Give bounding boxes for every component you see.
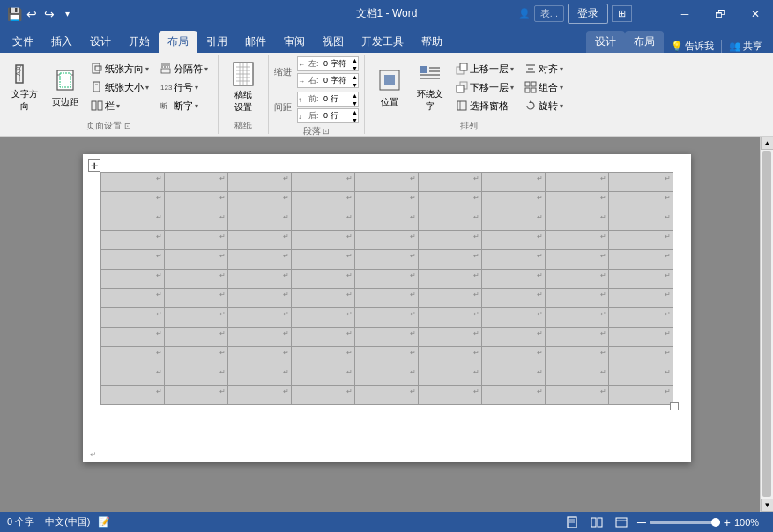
table-cell[interactable] bbox=[419, 192, 482, 211]
table-cell[interactable] bbox=[419, 289, 482, 308]
tell-me-button[interactable]: 💡 告诉我 bbox=[664, 40, 721, 53]
undo-icon[interactable]: ↩ bbox=[25, 7, 39, 21]
table-cell[interactable] bbox=[482, 231, 546, 250]
close-button[interactable]: ✕ bbox=[738, 0, 773, 27]
table-cell[interactable] bbox=[100, 270, 164, 289]
table-cell[interactable] bbox=[164, 211, 227, 231]
scroll-down-button[interactable]: ▼ bbox=[761, 499, 773, 512]
table-cell[interactable] bbox=[164, 192, 227, 211]
table-cell[interactable] bbox=[609, 366, 673, 386]
table-cell[interactable] bbox=[100, 386, 164, 405]
table-cell[interactable] bbox=[354, 366, 418, 386]
table-cell[interactable] bbox=[482, 173, 546, 192]
table-cell[interactable] bbox=[419, 211, 482, 231]
window-icon[interactable]: ⊞ bbox=[612, 5, 632, 22]
table-cell[interactable] bbox=[546, 366, 609, 386]
table-cell[interactable] bbox=[419, 231, 482, 250]
table-cell[interactable] bbox=[164, 270, 227, 289]
zoom-out-button[interactable]: ─ bbox=[637, 515, 646, 529]
table-cell[interactable] bbox=[291, 308, 354, 328]
align-button[interactable]: 对齐 ▾ bbox=[520, 60, 568, 78]
table-cell[interactable] bbox=[609, 270, 673, 289]
table-cell[interactable] bbox=[546, 289, 609, 308]
table-cell[interactable] bbox=[419, 250, 482, 270]
table-cell[interactable] bbox=[354, 328, 418, 347]
tab-view[interactable]: 视图 bbox=[314, 31, 353, 53]
restore-button[interactable]: 🗗 bbox=[702, 0, 738, 27]
tab-design[interactable]: 设计 bbox=[81, 31, 120, 53]
share-tab-button[interactable]: 👥 共享 bbox=[721, 40, 769, 53]
login-button[interactable]: 登录 bbox=[568, 4, 608, 24]
table-cell[interactable] bbox=[482, 328, 546, 347]
table-cell[interactable] bbox=[546, 386, 609, 405]
tab-help[interactable]: 帮助 bbox=[413, 31, 451, 53]
table-cell[interactable] bbox=[227, 211, 291, 231]
tab-layout[interactable]: 布局 bbox=[159, 31, 197, 53]
web-layout-button[interactable] bbox=[613, 515, 630, 529]
read-mode-button[interactable] bbox=[588, 515, 606, 529]
table-cell[interactable] bbox=[609, 386, 673, 405]
table-cell[interactable] bbox=[482, 386, 546, 405]
table-cell[interactable] bbox=[546, 211, 609, 231]
table-cell[interactable] bbox=[482, 250, 546, 270]
table-cell[interactable] bbox=[291, 250, 354, 270]
table-cell[interactable] bbox=[164, 386, 227, 405]
table-cell[interactable] bbox=[100, 308, 164, 328]
table-cell[interactable] bbox=[227, 308, 291, 328]
share-button[interactable]: 表... bbox=[534, 5, 564, 22]
table-cell[interactable] bbox=[227, 270, 291, 289]
table-cell[interactable] bbox=[354, 386, 418, 405]
table-cell[interactable] bbox=[291, 173, 354, 192]
select-pane-button[interactable]: 选择窗格 bbox=[451, 97, 518, 115]
vertical-scrollbar[interactable]: ▲ ▼ bbox=[760, 137, 773, 512]
spacing-before-spinner[interactable]: ▲▼ bbox=[352, 92, 358, 107]
table-cell[interactable] bbox=[609, 347, 673, 366]
table-cell[interactable] bbox=[227, 366, 291, 386]
zoom-in-button[interactable]: + bbox=[724, 515, 731, 529]
table-cell[interactable] bbox=[291, 231, 354, 250]
indent-left-spinner[interactable]: ▲▼ bbox=[352, 56, 358, 72]
tab-insert[interactable]: 插入 bbox=[42, 31, 81, 53]
scroll-up-button[interactable]: ▲ bbox=[761, 137, 773, 150]
table-cell[interactable] bbox=[546, 173, 609, 192]
table-cell[interactable] bbox=[354, 289, 418, 308]
table-cell[interactable] bbox=[227, 173, 291, 192]
table-cell[interactable] bbox=[482, 289, 546, 308]
table-cell[interactable] bbox=[419, 308, 482, 328]
table-cell[interactable] bbox=[291, 347, 354, 366]
tab-table-design[interactable]: 设计 bbox=[586, 31, 625, 53]
table-cell[interactable] bbox=[291, 386, 354, 405]
table-cell[interactable] bbox=[419, 173, 482, 192]
scroll-thumb[interactable] bbox=[762, 151, 771, 497]
table-cell[interactable] bbox=[354, 308, 418, 328]
table-cell[interactable] bbox=[482, 192, 546, 211]
table-cell[interactable] bbox=[609, 211, 673, 231]
table-cell[interactable] bbox=[609, 289, 673, 308]
paragraph-expand[interactable]: ⊡ bbox=[323, 127, 330, 136]
table-cell[interactable] bbox=[100, 366, 164, 386]
table-cell[interactable] bbox=[482, 366, 546, 386]
table-cell[interactable] bbox=[609, 173, 673, 192]
table-cell[interactable] bbox=[227, 192, 291, 211]
table-cell[interactable] bbox=[482, 308, 546, 328]
indent-right-spinner[interactable]: ▲▼ bbox=[352, 73, 358, 89]
table-cell[interactable] bbox=[227, 328, 291, 347]
save-icon[interactable]: 💾 bbox=[7, 7, 21, 21]
table-cell[interactable] bbox=[291, 270, 354, 289]
customize-icon[interactable]: ▾ bbox=[60, 7, 74, 21]
table-cell[interactable] bbox=[291, 289, 354, 308]
table-cell[interactable] bbox=[164, 347, 227, 366]
margins-button[interactable]: 页边距 bbox=[46, 62, 85, 113]
columns-button[interactable]: 栏 ▾ bbox=[86, 97, 153, 115]
minimize-button[interactable]: ─ bbox=[667, 0, 702, 27]
table-cell[interactable] bbox=[227, 289, 291, 308]
table-cell[interactable] bbox=[609, 250, 673, 270]
table-cell[interactable] bbox=[546, 250, 609, 270]
table-cell[interactable] bbox=[546, 231, 609, 250]
bring-forward-button[interactable]: 上移一层 ▾ bbox=[451, 60, 518, 78]
table-cell[interactable] bbox=[354, 211, 418, 231]
tab-table-layout[interactable]: 布局 bbox=[625, 31, 664, 53]
table-cell[interactable] bbox=[419, 386, 482, 405]
table-cell[interactable] bbox=[227, 231, 291, 250]
table-cell[interactable] bbox=[227, 386, 291, 405]
